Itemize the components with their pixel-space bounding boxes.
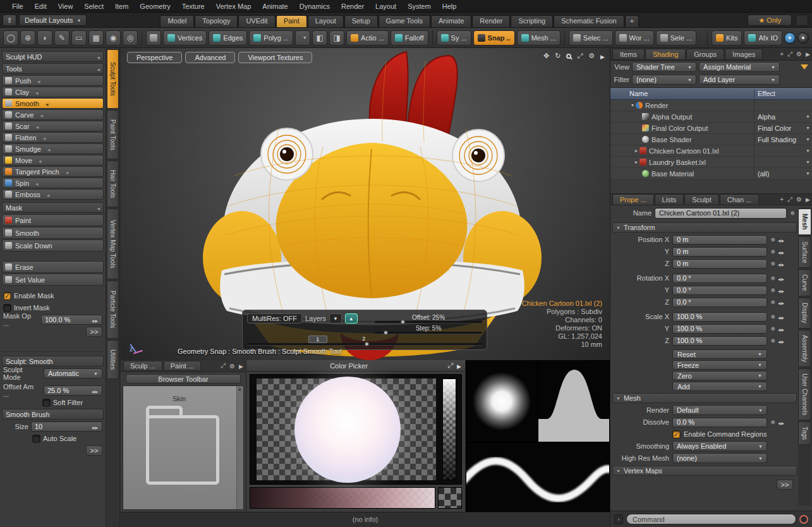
settings-icon[interactable] (229, 363, 235, 370)
alpha-slider[interactable] (442, 379, 456, 480)
mode-dropdown-button[interactable] (295, 30, 310, 45)
layer-up-button[interactable]: ▲ (345, 313, 358, 324)
rect-select-icon[interactable]: ▭ (71, 30, 87, 45)
position-z-field[interactable]: 0 m (672, 259, 767, 269)
spinner-icon[interactable] (778, 313, 785, 320)
pen-select-icon[interactable]: ✎ (54, 30, 70, 45)
grid-select-icon[interactable]: ▦ (88, 30, 104, 45)
mask-paint[interactable]: Paint (2, 214, 104, 226)
spinner-icon[interactable] (778, 248, 785, 255)
tool-carve[interactable]: Carve (2, 109, 104, 120)
smooth-brush-header[interactable]: Smooth Brush (2, 409, 104, 420)
brush-profile-preview[interactable] (538, 360, 610, 442)
tab-groups[interactable]: Groups (686, 49, 724, 60)
position-y-field[interactable]: 0 m (672, 247, 767, 257)
panel-menu-icon[interactable] (239, 363, 243, 370)
viewport-menu-icon[interactable] (600, 52, 605, 60)
tool-flatten[interactable]: Flatten (2, 132, 104, 143)
mesh-section-header[interactable]: Mesh (612, 393, 797, 403)
tab-lists[interactable]: Lists (655, 194, 684, 205)
soft-filter-checkbox[interactable] (42, 399, 51, 407)
enable-command-regions-checkbox[interactable] (672, 430, 681, 439)
menu-vertex-map[interactable]: Vertex Map (210, 1, 257, 11)
mask-scale-down[interactable]: Scale Down (2, 239, 104, 251)
macro-record-button[interactable] (799, 515, 808, 524)
menu-view[interactable]: View (52, 1, 79, 11)
expand-icon[interactable] (787, 196, 792, 203)
tab-sculpt[interactable]: Sculpt (684, 194, 719, 205)
mask-erase-button[interactable]: Erase (2, 261, 104, 273)
offset-slider-handle[interactable] (401, 320, 405, 324)
rotation-x-field[interactable]: 0.0 ° (672, 274, 767, 283)
high-res-mesh-dropdown[interactable]: (none) (672, 453, 767, 463)
expander-icon[interactable]: ▸ (633, 159, 639, 165)
reset-button[interactable]: Reset (672, 349, 767, 359)
item-mode-icon-1[interactable]: ◧ (312, 30, 327, 45)
expand-icon[interactable] (447, 361, 453, 370)
tab-display[interactable]: Display (798, 298, 811, 329)
add-layout-tab-button[interactable]: + (625, 15, 639, 27)
mask-smooth[interactable]: Smooth (2, 227, 104, 239)
work-plane-button[interactable]: Wor ... (615, 30, 654, 45)
tool-emboss[interactable]: Emboss (2, 189, 104, 200)
component-mode-icon[interactable] (146, 30, 161, 45)
tab-paint[interactable]: Paint (276, 15, 307, 27)
tab-animate[interactable]: Animate (431, 15, 471, 27)
offset-slider[interactable]: Offset: 25% (375, 314, 482, 324)
channel-knob-icon[interactable] (770, 261, 776, 267)
menu-select[interactable]: Select (78, 1, 109, 11)
tree-row-render[interactable]: ▾ Render (610, 100, 812, 111)
dot-select-icon[interactable]: ◉ (106, 30, 121, 45)
effect-dropdown-icon[interactable]: ▼ (806, 148, 810, 153)
dissolve-field[interactable]: 0.0 % (672, 418, 767, 427)
spinner-icon[interactable] (778, 325, 785, 332)
spinner-icon[interactable] (92, 387, 99, 394)
ellipse-select-icon[interactable]: ◯ (3, 30, 18, 45)
afx-io-button[interactable]: Afx IO (744, 30, 782, 45)
tool-scar[interactable]: Scar (2, 121, 104, 131)
spinner-icon[interactable] (92, 423, 99, 430)
filter-funnel-icon[interactable] (801, 64, 808, 70)
polygons-mode-button[interactable]: Polyg ... (249, 30, 293, 45)
vertex-maps-section-header[interactable]: Vertex Maps (612, 466, 797, 476)
menu-render[interactable]: Render (336, 1, 370, 11)
menu-file[interactable]: File (6, 1, 29, 11)
rotation-y-field[interactable]: 0.0 ° (672, 286, 767, 295)
menu-system[interactable]: System (402, 1, 437, 11)
tree-row-base-shader[interactable]: Base Shader Full Shading▼ (610, 134, 812, 145)
tree-row-alpha-output[interactable]: Alpha Output Alpha▼ (610, 111, 812, 123)
color-wheel[interactable] (294, 377, 401, 483)
sculpt-hud-header[interactable]: Sculpt HUD (2, 51, 104, 62)
layer-down-button[interactable]: ▼ (329, 313, 342, 324)
auto-scale-checkbox[interactable] (32, 435, 40, 443)
layout-up-icon[interactable]: ⇧ (3, 15, 16, 26)
default-layouts-dropdown[interactable]: Default Layouts (19, 15, 87, 26)
scale-y-field[interactable]: 100.0 % (672, 324, 767, 334)
spinner-icon[interactable] (778, 298, 785, 306)
tab-setup[interactable]: Setup (344, 15, 378, 27)
tab-images[interactable]: Images (725, 49, 763, 60)
command-input[interactable] (626, 514, 796, 524)
maximize-icon[interactable] (577, 52, 583, 60)
folder-icon[interactable] (146, 415, 219, 485)
sphere-select-icon[interactable]: ⊕ (20, 30, 35, 45)
tab-layout[interactable]: Layout (308, 15, 344, 27)
item-name-field[interactable]: Chicken Cartoon 01.lxl (2) (655, 208, 787, 219)
spinner-icon[interactable] (778, 260, 785, 267)
assign-material-dropdown[interactable]: Assign Material (699, 62, 780, 72)
step-slider-handle[interactable] (384, 330, 388, 335)
tool-tangent-pinch[interactable]: Tangent Pinch (2, 166, 104, 177)
menu-item[interactable]: Item (109, 1, 134, 11)
tab-channels[interactable]: Chan ... (720, 194, 760, 205)
pan-icon[interactable] (543, 52, 549, 60)
rotation-z-field[interactable]: 0.0 ° (672, 298, 767, 307)
input-device-icon-2[interactable] (797, 32, 809, 44)
tab-schematic-fusion[interactable]: Schematic Fusion (554, 15, 624, 27)
value-gradient-slider[interactable] (250, 487, 435, 509)
spinner-icon[interactable] (778, 418, 785, 426)
tool-move[interactable]: Move (2, 155, 104, 166)
freeze-button[interactable]: Freeze (672, 360, 767, 370)
enable-mask-checkbox[interactable] (3, 292, 11, 300)
tree-row-laundry-basket[interactable]: ▸ Laundry Basket.lxl ▼ (610, 157, 812, 168)
tab-user-channels[interactable]: User Channels (798, 368, 811, 420)
